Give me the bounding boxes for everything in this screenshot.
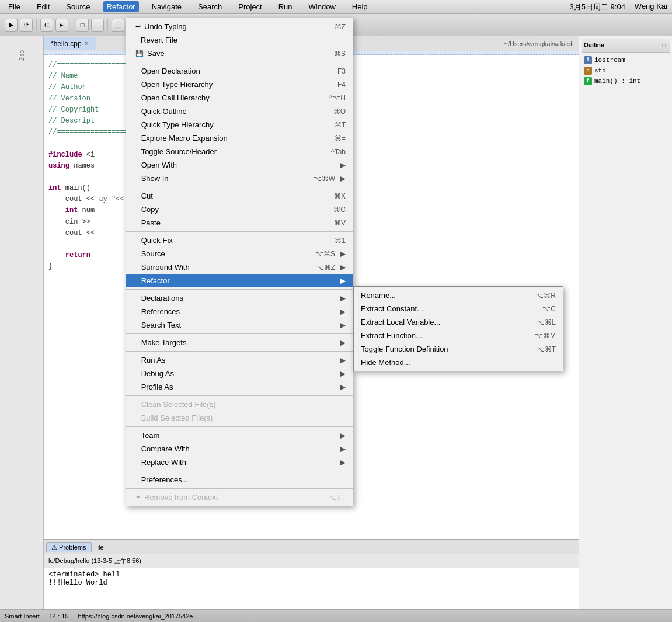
menu-save[interactable]: 💾 Save ⌘S [126,47,353,60]
problems-tab[interactable]: ⚠ Problems [46,542,92,552]
menu-source[interactable]: Source [62,1,93,12]
outline-minimize-btn[interactable]: – [652,41,659,49]
blank-icon [135,458,138,467]
blank-icon [135,249,138,258]
menu-revert-file[interactable]: Revert File [126,33,353,47]
menu-clean-selected[interactable]: Clean Selected File(s) [126,398,353,411]
menu-item-label: Quick Fix [141,236,323,245]
submenu-toggle-function-definition[interactable]: Toggle Function Definition ⌥⌘T [354,342,563,356]
outline-item-iostream: i iostream [582,55,670,65]
menu-quick-type-hierarchy[interactable]: Quick Type Hierarchy ⌘T [126,118,353,131]
blank-icon [135,338,138,347]
blank-icon [135,147,138,156]
menu-sep-7 [126,395,353,396]
menu-remove-from-context[interactable]: ✦ Remove from Context ⌥⇧↓ [126,491,353,504]
status-position: 14 : 15 [49,613,69,620]
menu-file[interactable]: File [5,1,24,12]
menu-refactor[interactable]: Refactor ▶ [126,274,353,287]
menu-item-label: Debug As [141,369,335,378]
menu-copy[interactable]: Copy ⌘C [126,203,353,216]
menu-team[interactable]: Team ▶ [126,429,353,442]
toolbar-btn-7[interactable]: ⬜ [112,19,124,32]
blank-icon [135,383,138,391]
close-icon[interactable]: ✕ [84,40,89,47]
console-output: <terminated> hell !!!Hello World [44,568,579,609]
editor-tab-label: *hello.cpp [51,40,82,48]
menu-refactor[interactable]: Refactor [103,1,139,12]
console-tab[interactable]: ile [93,543,109,552]
menu-open-type-hierarchy[interactable]: Open Type Hierarchy F4 [126,78,353,91]
menu-replace-with[interactable]: Replace With ▶ [126,456,353,469]
menu-make-targets[interactable]: Make Targets ▶ [126,336,353,349]
menu-quick-fix[interactable]: Quick Fix ⌘1 [126,234,353,247]
menu-search-text[interactable]: Search Text ▶ [126,318,353,332]
menu-source[interactable]: Source ⌥⌘S ▶ [126,247,353,260]
menu-item-label: Copy [141,205,322,214]
editor-tab-hello[interactable]: *hello.cpp ✕ [44,37,96,50]
menu-sep-3 [126,231,353,232]
menu-item-label: Surround With [141,263,304,272]
toolbar-btn-3[interactable]: C [40,19,53,32]
menu-navigate[interactable]: Navigate [148,1,185,12]
menu-surround-with[interactable]: Surround With ⌥⌘Z ▶ [126,260,353,274]
outline-item-main: f main() : int [582,76,670,86]
submenu-extract-local-variable[interactable]: Extract Local Variable... ⌥⌘L [354,315,563,329]
menu-window[interactable]: Window [305,1,339,12]
submenu-extract-constant[interactable]: Extract Constant... ⌥C [354,302,563,315]
menu-run[interactable]: Run [275,1,296,12]
menu-debug-as[interactable]: Debug As ▶ [126,367,353,380]
toolbar-btn-5[interactable]: □ [76,19,89,32]
blank-icon [135,307,138,316]
menu-item-label: Quick Type Hierarchy [141,120,323,129]
menu-explore-macro[interactable]: Explore Macro Expansion ⌘= [126,131,353,145]
submenu-item-label: Toggle Function Definition [361,345,525,353]
toolbar-btn-6[interactable]: – [91,19,104,32]
menu-paste[interactable]: Paste ⌘V [126,216,353,230]
submenu-hide-method[interactable]: Hide Method... [354,356,563,369]
bottom-panel: ⚠ Problems ile lo/Debug/hello (13-3-5 上午… [44,539,579,609]
menu-item-label: Quick Outline [141,107,322,116]
menu-item-shortcut: ⌘Z [335,23,346,31]
menu-run-as[interactable]: Run As ▶ [126,353,353,367]
menu-toggle-source-header[interactable]: Toggle Source/Header ^Tab [126,145,353,158]
menu-open-call-hierarchy[interactable]: Open Call Hierarchy ^⌥H [126,91,353,105]
menu-open-declaration[interactable]: Open Declaration F3 [126,64,353,78]
submenu-item-shortcut: ⌥C [542,305,556,313]
menu-item-label: Open With [141,161,335,169]
menu-undo-typing[interactable]: ↩ Undo Typing ⌘Z [126,20,353,33]
blank-icon [135,276,138,285]
status-url: https://blog.csdn.net/wengkai_2017542e..… [78,613,199,620]
user-label: Weng Kai [635,2,667,12]
menu-item-label: Undo Typing [144,22,323,31]
menu-references[interactable]: References ▶ [126,305,353,318]
menu-project[interactable]: Project [235,1,265,12]
menu-declarations[interactable]: Declarations ▶ [126,291,353,305]
menu-edit[interactable]: Edit [33,1,53,12]
blank-icon [135,67,138,75]
menu-quick-outline[interactable]: Quick Outline ⌘O [126,105,353,118]
outline-maximize-btn[interactable]: □ [660,41,667,49]
console-line-1: <terminated> hell [48,571,574,579]
menu-item-shortcut: ⌘1 [335,237,346,245]
menu-help[interactable]: Help [349,1,371,12]
menu-search[interactable]: Search [194,1,225,12]
submenu-rename[interactable]: Rename... ⌥⌘R [354,289,563,302]
menu-profile-as[interactable]: Profile As ▶ [126,380,353,394]
menu-build-selected[interactable]: Build Selected File(s) [126,411,353,425]
toolbar-btn-1[interactable]: ▶ [5,19,18,32]
menu-show-in[interactable]: Show In ⌥⌘W ▶ [126,172,353,185]
menu-item-shortcut: ⌘T [335,121,346,129]
outline-title: Outline [584,42,604,48]
datetime-label: 3月5日周二 9:04 [569,2,625,12]
menu-open-with[interactable]: Open With ▶ [126,158,353,172]
toolbar-btn-4[interactable]: ▸ [55,19,68,32]
menu-item-label: Open Declaration [141,67,326,75]
menu-cut[interactable]: Cut ⌘X [126,189,353,203]
outline-item-label-3: main() : int [594,78,640,85]
toolbar-btn-2[interactable]: ⟳ [20,19,33,32]
blank-icon [135,80,138,89]
menu-preferences[interactable]: Preferences... [126,473,353,487]
arrow-icon: ▶ [340,276,346,285]
menu-compare-with[interactable]: Compare With ▶ [126,442,353,456]
submenu-extract-function[interactable]: Extract Function... ⌥⌘M [354,329,563,342]
